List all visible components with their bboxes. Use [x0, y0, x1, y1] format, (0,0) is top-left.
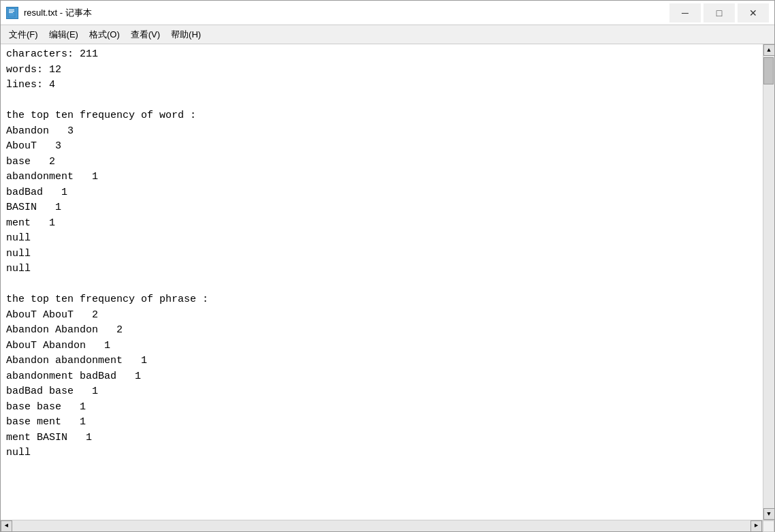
maximize-button[interactable]: □: [703, 3, 735, 22]
scroll-right-button[interactable]: ►: [750, 520, 762, 532]
menu-file[interactable]: 文件(F): [3, 27, 44, 43]
notepad-window: result.txt - 记事本 ─ □ ✕ 文件(F) 编辑(E) 格式(O)…: [0, 0, 775, 532]
svg-rect-1: [9, 10, 14, 10]
svg-rect-3: [9, 12, 13, 13]
svg-rect-2: [9, 11, 14, 12]
scroll-track-y[interactable]: [763, 56, 774, 508]
text-editor[interactable]: characters: 211 words: 12 lines: 4 the t…: [1, 44, 763, 520]
content-area: characters: 211 words: 12 lines: 4 the t…: [1, 44, 774, 520]
close-button[interactable]: ✕: [738, 3, 769, 22]
scroll-left-button[interactable]: ◄: [1, 520, 12, 532]
menu-edit[interactable]: 编辑(E): [44, 27, 84, 43]
menu-view[interactable]: 查看(V): [125, 27, 165, 43]
vertical-scrollbar[interactable]: ▲ ▼: [763, 44, 774, 520]
scrollbar-corner: [763, 520, 774, 532]
minimize-button[interactable]: ─: [669, 3, 701, 22]
window-title: result.txt - 记事本: [24, 7, 92, 19]
window-controls: ─ □ ✕: [669, 3, 769, 22]
bottom-bar: ◄ ►: [1, 520, 774, 531]
app-icon: [6, 7, 18, 19]
horizontal-scrollbar[interactable]: ◄ ►: [1, 520, 763, 531]
menu-help[interactable]: 帮助(H): [165, 27, 206, 43]
scroll-thumb-y[interactable]: [763, 57, 774, 84]
scroll-down-button[interactable]: ▼: [763, 508, 775, 520]
menu-format[interactable]: 格式(O): [84, 27, 125, 43]
title-bar-left: result.txt - 记事本: [6, 7, 92, 19]
scroll-up-button[interactable]: ▲: [763, 44, 775, 56]
menu-bar: 文件(F) 编辑(E) 格式(O) 查看(V) 帮助(H): [1, 25, 774, 44]
title-bar: result.txt - 记事本 ─ □ ✕: [1, 1, 774, 25]
scroll-track-x[interactable]: [12, 520, 750, 531]
